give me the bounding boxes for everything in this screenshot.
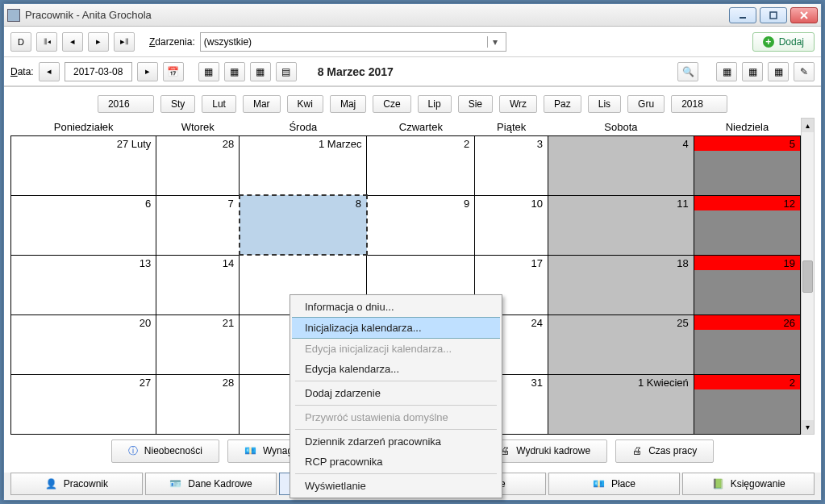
person-icon: 👤 [45,478,57,489]
tool-icon-2[interactable]: ▦ [742,62,763,81]
calendar-cell[interactable]: 1 Marzec [240,135,367,195]
app-icon [7,9,20,22]
header-sat: Sobota [548,118,694,135]
nav-first-button[interactable]: ⦀◂ [36,32,57,52]
edit-icon[interactable]: ✎ [794,62,815,81]
tool-icon-1[interactable]: ▦ [716,62,737,81]
calendar-cell[interactable]: 19 [694,255,800,314]
tool-icon-3[interactable]: ▦ [768,62,789,81]
header-fri: Piątek [475,118,548,135]
body: 2016 Sty Lut Mar Kwi Maj Cze Lip Sie Wrz… [4,86,821,473]
month-maj[interactable]: Maj [330,95,366,113]
menu-item[interactable]: Dodaj zdarzenie [292,383,500,403]
month-gru[interactable]: Gru [627,95,665,113]
close-button[interactable] [790,7,818,23]
scroll-down-icon[interactable]: ▾ [802,420,814,434]
btn-czas-pracy[interactable]: 🖨Czas pracy [615,439,714,463]
prev-year-button[interactable]: 2016 [98,95,154,113]
calendar-cell[interactable]: 14 [156,255,240,314]
calendar-cell[interactable]: 13 [11,255,156,314]
events-combobox[interactable]: (wszystkie) ▾ [200,32,506,52]
calendar-scrollbar[interactable]: ▴ ▾ [801,118,815,435]
add-button[interactable]: + Dodaj [752,32,815,52]
calendar-cell[interactable]: 18 [548,255,694,314]
search-icon[interactable]: 🔍 [677,62,698,81]
calendar-cell[interactable]: 10 [475,195,548,255]
month-wrz[interactable]: Wrz [499,95,537,113]
month-lut[interactable]: Lut [202,95,236,113]
titlebar: Pracownik - Anita Grochola [4,4,821,27]
calendar-cell[interactable]: 27 [11,374,156,434]
month-mar[interactable]: Mar [243,95,281,113]
info-icon: ⓘ [128,444,138,458]
calendar-cell[interactable]: 2 [367,135,475,195]
tab-ksiegowanie[interactable]: 📗Księgowanie [682,473,815,495]
window-title: Pracownik - Anita Grochola [25,9,729,21]
calendar-cell[interactable]: 9 [367,195,475,255]
view-month-icon[interactable]: ▦ [250,62,271,81]
header-thu: Czwartek [367,118,475,135]
calendar-cell[interactable]: 3 [475,135,548,195]
view-day-icon[interactable]: ▦ [198,62,219,81]
date-prev-button[interactable]: ◂ [39,62,60,81]
next-year-button[interactable]: 2018 [671,95,727,113]
calendar-cell[interactable]: 1 Kwiecień [548,374,694,434]
calendar-cell[interactable]: 4 [548,135,694,195]
calendar-cell[interactable]: 27 Luty [11,135,156,195]
nav-last-button[interactable]: ▸⦀ [114,32,135,52]
menu-item[interactable]: Informacja o dniu... [292,297,500,317]
btn-nieobecnosci[interactable]: ⓘNieobecności [111,439,219,463]
tab-place[interactable]: 💶Płace [548,473,681,495]
menu-item[interactable]: Wyświetlanie [292,476,500,496]
date-next-button[interactable]: ▸ [137,62,158,81]
scroll-up-icon[interactable]: ▴ [802,119,814,132]
month-paz[interactable]: Paz [544,95,581,113]
date-input[interactable] [65,62,132,81]
menu-item: Edycja inicjalizacji kalendarza... [292,339,500,359]
nav-prev-button[interactable]: ◂ [62,32,83,52]
context-menu: Informacja o dniu...Inicjalizacja kalend… [290,294,502,498]
header-tue: Wtorek [156,118,240,135]
month-kwi[interactable]: Kwi [287,95,323,113]
calendar-cell[interactable]: 2 [694,374,800,434]
menu-item[interactable]: Inicjalizacja kalendarza... [292,317,500,339]
toolbar-events: D ⦀◂ ◂ ▸ ▸⦀ Zdarzenia: (wszystkie) ▾ + D… [4,27,821,57]
calendar-cell[interactable]: 8 [240,195,367,255]
calendar-cell[interactable]: 25 [548,314,694,374]
calendar-cell[interactable]: 6 [11,195,156,255]
calendar-cell[interactable]: 11 [548,195,694,255]
month-sty[interactable]: Sty [160,95,195,113]
money-icon: 💶 [244,445,256,456]
calendar-cell[interactable]: 20 [11,314,156,374]
calendar-cell[interactable]: 12 [694,195,800,255]
minimize-button[interactable] [729,7,756,23]
month-cze[interactable]: Cze [373,95,410,113]
calendar-cell[interactable]: 28 [156,374,240,434]
d-button[interactable]: D [10,32,31,52]
view-list-icon[interactable]: ▤ [276,62,297,81]
calendar-cell[interactable]: 7 [156,195,240,255]
card-icon: 🪪 [169,478,181,489]
header-sun: Niedziela [694,118,800,135]
calendar-picker-icon[interactable]: 📅 [163,62,184,81]
month-lis[interactable]: Lis [588,95,621,113]
maximize-button[interactable] [760,7,787,23]
header-mon: Poniedziałek [11,118,156,135]
month-lip[interactable]: Lip [418,95,452,113]
calendar-cell[interactable]: 21 [156,314,240,374]
calendar-cell[interactable]: 5 [694,135,800,195]
tab-pracownik[interactable]: 👤Pracownik [10,473,143,495]
menu-item[interactable]: RCP pracownika [292,452,500,472]
calendar-cell[interactable]: 28 [156,135,240,195]
nav-next-button[interactable]: ▸ [88,32,109,52]
app-window: Pracownik - Anita Grochola D ⦀◂ ◂ ▸ ▸⦀ Z… [3,3,822,501]
menu-item[interactable]: Dziennik zdarzeń pracownika [292,431,500,452]
events-value: (wszystkie) [204,36,252,48]
menu-item[interactable]: Edycja kalendarza... [292,359,500,379]
tab-dane-kadrowe[interactable]: 🪪Dane Kadrowe [145,473,277,495]
view-week-icon[interactable]: ▦ [224,62,245,81]
pay-icon: 💶 [593,478,605,489]
month-sie[interactable]: Sie [458,95,493,113]
calendar-cell[interactable]: 26 [694,314,800,374]
scroll-thumb[interactable] [802,260,813,293]
